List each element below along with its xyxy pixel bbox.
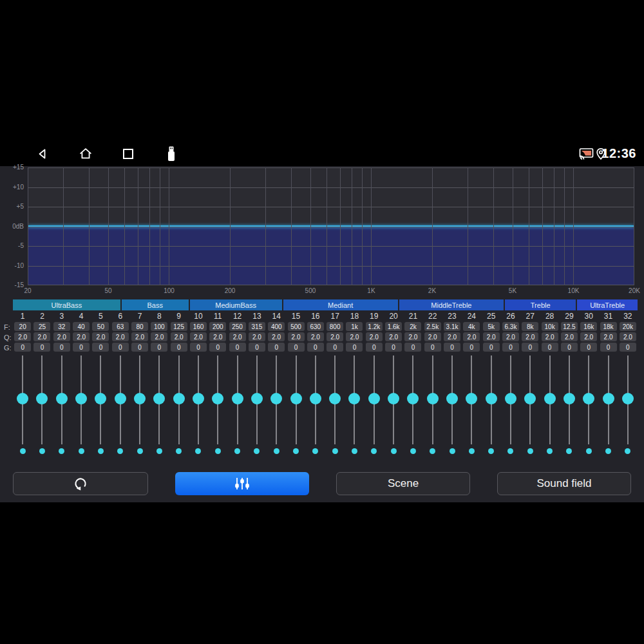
slider-knob[interactable] [564, 393, 575, 404]
slider-knob[interactable] [368, 393, 380, 404]
home-icon[interactable] [79, 147, 93, 161]
band-indicator-dot [293, 448, 299, 454]
band-gain-slider[interactable] [365, 354, 384, 457]
band-gain-slider[interactable] [520, 354, 540, 457]
band-gain-slider[interactable] [71, 354, 91, 457]
slider-knob[interactable] [173, 393, 185, 404]
band-frequency-value: 315 [249, 322, 265, 331]
band-q-value: 2.0 [151, 332, 167, 341]
band-gain-slider[interactable] [325, 354, 345, 457]
slider-knob[interactable] [75, 393, 87, 404]
band-gain-slider[interactable] [482, 354, 501, 457]
band-gain-value: 0 [73, 343, 90, 352]
slider-knob[interactable] [348, 393, 360, 404]
slider-knob[interactable] [583, 393, 594, 404]
sound-field-button[interactable]: Sound field [497, 472, 631, 495]
band-gain-slider[interactable] [52, 354, 71, 457]
band-indicator-dot [625, 448, 630, 454]
back-icon[interactable] [35, 147, 50, 161]
slider-knob[interactable] [134, 393, 146, 404]
band-gain-slider[interactable] [579, 354, 598, 457]
band-gain-slider[interactable] [247, 354, 267, 457]
slider-knob[interactable] [466, 393, 477, 404]
slider-knob[interactable] [329, 393, 341, 404]
v-gridline [124, 167, 125, 285]
v-gridline [340, 167, 341, 285]
band-gain-slider[interactable] [501, 354, 520, 457]
slider-knob[interactable] [407, 393, 419, 404]
band-gain-slider[interactable] [111, 354, 130, 457]
slider-knob[interactable] [56, 393, 68, 404]
slider-knob[interactable] [153, 393, 165, 404]
slider-knob[interactable] [95, 393, 106, 404]
band-gain-slider[interactable] [306, 354, 325, 457]
slider-knob[interactable] [446, 393, 458, 404]
band-gain-value: 0 [366, 343, 383, 352]
slider-knob[interactable] [524, 393, 536, 404]
slider-knob[interactable] [388, 393, 399, 404]
band-gain-slider[interactable] [149, 354, 169, 457]
band-gain-slider[interactable] [403, 354, 422, 457]
band-gain-slider[interactable] [130, 354, 149, 457]
slider-knob[interactable] [270, 393, 282, 404]
band-q-value: 2.0 [483, 332, 500, 341]
band-gain-slider[interactable] [423, 354, 442, 457]
v-gridline [513, 167, 513, 285]
band-gain-slider[interactable] [345, 354, 364, 457]
band-gain-slider[interactable] [169, 354, 189, 457]
slider-knob[interactable] [115, 393, 126, 404]
band-number: 26 [506, 312, 515, 322]
slider-knob[interactable] [212, 393, 223, 404]
band-gain-slider[interactable] [442, 354, 462, 457]
band-frequency-value: 125 [171, 322, 187, 331]
slider-knob[interactable] [505, 393, 516, 404]
band-gain-slider[interactable] [227, 354, 247, 457]
band-gain-slider[interactable] [540, 354, 559, 457]
slider-knob[interactable] [310, 393, 321, 404]
slider-knob[interactable] [486, 393, 497, 404]
slider-knob[interactable] [544, 393, 556, 404]
slider-knob[interactable] [603, 393, 614, 404]
band-frequency-value: 10k [542, 322, 558, 331]
recents-icon[interactable] [121, 147, 135, 161]
band-number: 23 [448, 312, 456, 322]
slider-knob[interactable] [622, 393, 634, 404]
slider-knob[interactable] [427, 393, 439, 404]
slider-knob[interactable] [36, 393, 48, 404]
band-gain-slider[interactable] [618, 354, 638, 457]
band-gain-slider[interactable] [267, 354, 286, 457]
band-gain-slider[interactable] [560, 354, 579, 457]
band-frequency-value: 16k [580, 322, 597, 331]
x-tick-label: 2K [428, 287, 436, 294]
band-group-ultrabass: UltraBass [13, 299, 120, 310]
band-gain-slider[interactable] [189, 354, 208, 457]
equalizer-tab-button[interactable] [175, 472, 309, 495]
band-indicator-dot [469, 448, 475, 454]
band-q-value: 2.0 [404, 332, 421, 341]
band-indicator-dot [137, 448, 143, 454]
eq-band-column: 112002.00 [208, 312, 227, 457]
eq-band-column: 122502.00 [227, 312, 247, 457]
eq-band-column: 6632.00 [111, 312, 130, 457]
slider-knob[interactable] [251, 393, 263, 404]
band-gain-slider[interactable] [13, 354, 32, 457]
band-group-bass: Bass [122, 299, 189, 310]
band-gain-slider[interactable] [32, 354, 52, 457]
eq-band-column: 178002.00 [325, 312, 345, 457]
slider-knob[interactable] [193, 393, 204, 404]
slider-knob[interactable] [232, 393, 243, 404]
reset-button[interactable] [13, 472, 148, 495]
band-number: 15 [292, 312, 300, 322]
band-gain-slider[interactable] [208, 354, 227, 457]
x-tick-label: 100 [164, 287, 175, 294]
v-gridline [310, 167, 311, 285]
band-gain-slider[interactable] [286, 354, 305, 457]
slider-knob[interactable] [290, 393, 302, 404]
scene-button[interactable]: Scene [336, 472, 470, 495]
band-gain-slider[interactable] [91, 354, 110, 457]
band-gain-slider[interactable] [384, 354, 403, 457]
band-gain-slider[interactable] [462, 354, 481, 457]
band-gain-slider[interactable] [598, 354, 618, 457]
slider-knob[interactable] [17, 393, 28, 404]
band-gain-value: 0 [424, 343, 441, 352]
